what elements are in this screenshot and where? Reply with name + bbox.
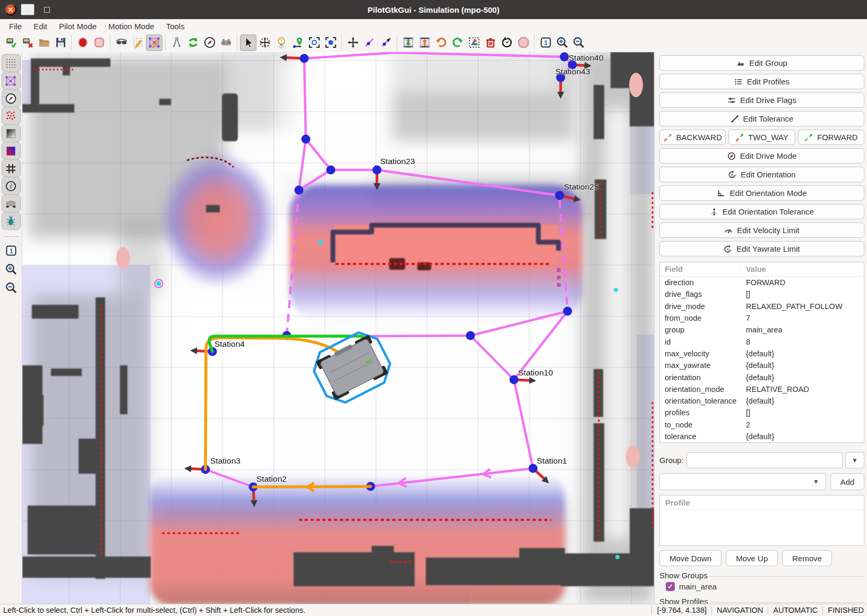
- edit-map-icon[interactable]: [130, 35, 146, 51]
- side-zoom-in-icon[interactable]: [2, 260, 21, 278]
- frame-select-icon[interactable]: [322, 35, 339, 51]
- page-one-icon[interactable]: 1: [537, 35, 554, 51]
- record-stop-icon[interactable]: [91, 35, 107, 51]
- show-debug-icon[interactable]: [2, 212, 21, 230]
- zoom-out-icon[interactable]: [570, 35, 587, 51]
- group-input[interactable]: [686, 452, 843, 468]
- show-map-bw-icon[interactable]: [2, 124, 21, 142]
- backward-button[interactable]: BACKWARD: [659, 130, 726, 145]
- view-glasses-icon[interactable]: [113, 35, 130, 51]
- move-node-tool-icon[interactable]: [256, 35, 273, 51]
- minimize-icon[interactable]: –: [21, 4, 35, 15]
- menu-motion-mode[interactable]: Motion Mode: [102, 21, 160, 32]
- menu-file[interactable]: File: [3, 21, 28, 32]
- graph-node[interactable]: [300, 54, 309, 63]
- move-down-button[interactable]: Move Down: [659, 550, 722, 566]
- planned-route-orange[interactable]: [253, 486, 371, 487]
- graph-node[interactable]: [327, 166, 336, 175]
- station-node-station40[interactable]: [560, 53, 569, 62]
- joystick-icon[interactable]: [218, 35, 234, 51]
- menu-pilot-mode[interactable]: Pilot Mode: [53, 21, 102, 32]
- edit-yawrate-limit-button[interactable]: Edit Yawrate Limit: [659, 241, 864, 256]
- add-edge-icon[interactable]: [361, 35, 377, 51]
- show-localization-icon[interactable]: [2, 89, 21, 107]
- frame-unselect-icon[interactable]: [306, 35, 322, 51]
- measure-tool-icon[interactable]: [168, 35, 185, 51]
- edit-velocity-limit-button[interactable]: Edit Velocity Limit: [659, 223, 864, 238]
- station-node-station10[interactable]: [510, 375, 519, 384]
- show-costmap-icon[interactable]: [2, 142, 21, 160]
- add-directed-edge-icon[interactable]: [377, 35, 394, 51]
- map-canvas[interactable]: Station23Station25Station10Station4Stati…: [22, 52, 654, 604]
- move-up-button[interactable]: Move Up: [726, 550, 778, 566]
- show-robot-icon[interactable]: [2, 194, 21, 212]
- edit-orientation-tolerance-button[interactable]: Edit Orientation Tolerance: [659, 204, 864, 219]
- table-row-orientation[interactable]: orientation{default}: [660, 371, 864, 383]
- table-row-to_node[interactable]: to_node2: [660, 419, 864, 431]
- graph-node[interactable]: [295, 186, 304, 195]
- show-grid-lines-icon[interactable]: [2, 159, 21, 177]
- edit-drive-flags-button[interactable]: Edit Drive Flags: [659, 92, 864, 108]
- connect-robot-icon[interactable]: [3, 35, 19, 51]
- table-row-direction[interactable]: directionFORWARD: [660, 277, 864, 288]
- stop-icon[interactable]: [515, 35, 531, 51]
- profile-list[interactable]: Profile: [659, 495, 864, 546]
- add-button[interactable]: Add: [830, 473, 864, 490]
- table-row-id[interactable]: id8: [660, 336, 864, 347]
- graph-node[interactable]: [563, 307, 572, 316]
- goal-tool-icon[interactable]: [289, 35, 306, 51]
- edit-profiles-button[interactable]: Edit Profiles: [659, 74, 864, 89]
- table-row-max_velocity[interactable]: max_velocity{default}: [660, 348, 864, 360]
- edge-properties-table[interactable]: Field Value directionFORWARDdrive_flags[…: [659, 262, 864, 443]
- zoom-in-icon[interactable]: [554, 35, 570, 51]
- import-graph-icon[interactable]: [400, 35, 416, 51]
- select-tool-icon[interactable]: [240, 35, 256, 51]
- show-laser-icon[interactable]: [2, 107, 21, 125]
- hint-tool-icon[interactable]: ?: [273, 35, 289, 51]
- redo-icon[interactable]: [449, 35, 466, 51]
- station-node-station25[interactable]: [555, 191, 564, 200]
- table-row-profiles[interactable]: profiles[]: [660, 407, 864, 418]
- refresh-icon[interactable]: [185, 35, 201, 51]
- reset-view-icon[interactable]: [499, 35, 515, 51]
- profile-combo[interactable]: ▼: [659, 473, 826, 490]
- table-row-group[interactable]: groupmain_area: [660, 324, 864, 336]
- station-node-station1[interactable]: [529, 464, 538, 473]
- save-file-icon[interactable]: [52, 35, 68, 51]
- edit-orientation-button[interactable]: zEdit Orientation: [659, 167, 864, 182]
- menu-edit[interactable]: Edit: [28, 21, 53, 32]
- remove-button[interactable]: Remove: [782, 550, 832, 566]
- table-row-drive_flags[interactable]: drive_flags[]: [660, 288, 864, 300]
- side-zoom-out-icon[interactable]: [2, 279, 21, 297]
- export-graph-icon[interactable]: [416, 35, 433, 51]
- show-info-icon[interactable]: i: [2, 177, 21, 195]
- maximize-icon[interactable]: [40, 4, 54, 15]
- checkbox-main-area[interactable]: ✓: [666, 582, 675, 591]
- move-map-icon[interactable]: [345, 35, 361, 51]
- localize-icon[interactable]: [201, 35, 218, 51]
- undo-icon[interactable]: [433, 35, 449, 51]
- side-page-one-icon[interactable]: 1: [2, 242, 21, 260]
- group-dropdown-button[interactable]: ▼: [845, 452, 864, 468]
- edit-drive-mode-button[interactable]: Edit Drive Mode: [659, 148, 864, 164]
- record-start-icon[interactable]: [74, 35, 91, 51]
- edit-group-button[interactable]: Edit Group: [659, 55, 864, 71]
- edit-orientation-mode-button[interactable]: Edit Orientation Mode: [659, 185, 864, 201]
- show-graph-icon[interactable]: [2, 72, 21, 90]
- table-row-tolerance[interactable]: tolerance{default}: [660, 431, 864, 442]
- menu-tools[interactable]: Tools: [160, 21, 191, 32]
- table-row-orientation_mode[interactable]: orientation_modeRELATIVE_ROAD: [660, 383, 864, 395]
- show-grid-icon[interactable]: [2, 54, 21, 72]
- table-row-orientation_tolerance[interactable]: orientation_tolerance{default}: [660, 395, 864, 407]
- station-node-station23[interactable]: [373, 166, 382, 175]
- edit-tolerance-button[interactable]: Edit Tolerance: [659, 111, 864, 126]
- forward-button[interactable]: FORWARD: [798, 130, 864, 145]
- graph-edge[interactable]: [366, 336, 470, 336]
- edit-graph-icon[interactable]: [146, 35, 162, 51]
- disconnect-robot-icon[interactable]: [19, 35, 36, 51]
- table-row-max_yawrate[interactable]: max_yawrate{default}: [660, 360, 864, 371]
- delete-icon[interactable]: [482, 35, 499, 51]
- select-image-icon[interactable]: [466, 35, 482, 51]
- graph-node[interactable]: [302, 135, 311, 144]
- table-row-from_node[interactable]: from_node7: [660, 312, 864, 324]
